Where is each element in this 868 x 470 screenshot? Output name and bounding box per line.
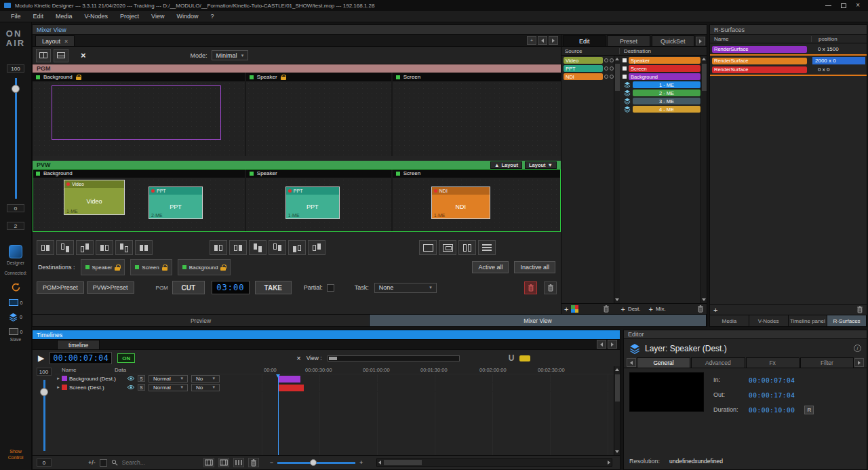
menu-view[interactable]: View [146,12,170,20]
film-button[interactable] [218,458,229,467]
timeline-prev-button[interactable] [597,340,606,349]
route-icon[interactable] [604,66,608,71]
enable-checkbox[interactable] [623,66,627,71]
next-view-button[interactable] [549,36,558,45]
tab-vnodes[interactable]: V-Nodes [749,315,789,326]
zoom-in-button[interactable]: + [359,459,363,466]
out-value[interactable]: 00:00:17:04 [749,391,795,399]
tab-edit[interactable]: Edit [563,35,606,46]
clear-layout-icon[interactable]: × [81,50,86,60]
inactive-all-button[interactable]: Inactive all [514,261,555,273]
mix-4me-bar[interactable]: 4 - ME [633,106,701,113]
solo-button[interactable]: S [138,384,145,391]
pvw-screen-header[interactable]: Screen [393,169,561,178]
plus-minus-label[interactable]: +/- [88,459,96,466]
master-fader[interactable] [11,78,20,199]
source-item-ndi[interactable]: NDI [564,73,614,80]
track-name[interactable]: Screen (Dest.) [69,385,127,391]
pvw-screen-canvas[interactable]: NDI NDI 1-ME [393,178,561,232]
destination-background-bar[interactable]: Background [629,73,701,80]
add-destination-button[interactable]: + [620,306,625,313]
position-column-label[interactable]: position [812,36,837,42]
tabs-overflow-button[interactable] [696,37,705,45]
lock-icon[interactable] [76,75,81,80]
pgm-screen-header[interactable]: Screen [393,73,561,81]
rsurface-2-position[interactable]: 2000 x 0 [812,57,865,64]
destination-item-background[interactable]: Background [623,73,701,80]
delete-destination-button[interactable] [697,305,704,313]
duration-value[interactable]: 00:00:10:00 [749,406,795,414]
tab-mixer-view[interactable]: Mixer View [370,315,707,326]
delete-red-button[interactable] [524,281,537,294]
align-middle-button[interactable] [288,240,306,255]
source-item-ppt[interactable]: PPT [564,65,614,72]
tab-quickset[interactable]: QuickSet [652,35,694,46]
timeline-hscrollbar[interactable] [376,458,612,467]
display-icon[interactable] [9,299,18,306]
destination-screen-button[interactable]: Screen [130,259,172,275]
rsurface-1-name[interactable]: RenderSurface [712,46,807,53]
menu-edit[interactable]: Edit [28,12,50,20]
expand-icon[interactable]: ▸ [55,376,62,381]
tab-general[interactable]: General [637,357,690,368]
add-mix-button[interactable]: + [649,306,653,313]
source-scrollbar[interactable] [614,56,620,303]
layout-split-v-button[interactable] [36,49,51,62]
pgm-background-canvas[interactable] [33,81,245,156]
mix-item-4me[interactable]: 4 - ME [623,106,701,113]
visibility-eye-icon[interactable] [127,376,135,381]
split-frame-button[interactable] [458,240,476,255]
columns-button[interactable] [233,458,244,467]
timeline-next-button[interactable] [608,340,617,349]
mode-select[interactable]: Minimal ▾ [212,50,249,60]
destination-item-speaker[interactable]: Speaker [623,57,701,64]
mix-3me-bar[interactable]: 3 - ME [633,98,701,104]
partial-checkbox[interactable] [327,284,334,292]
arrange-pair-5-button[interactable] [115,240,133,255]
mix-2me-bar[interactable]: 2 - ME [633,90,701,96]
delete-source-button[interactable] [603,305,610,313]
clip-ndi-body[interactable]: NDI 1-ME [432,195,490,218]
layout-split-h-button[interactable] [54,49,68,62]
reset-duration-button[interactable]: R [804,406,814,414]
zoom-out-button[interactable]: − [270,459,273,466]
rsurface-row-3[interactable]: RenderSurface 0 x 0 [710,65,867,74]
tab-rsurfaces[interactable]: R-Surfaces [827,315,867,326]
tab-layout[interactable]: Layout × [35,35,75,46]
expand-icon[interactable]: ▸ [55,385,62,390]
clip-video[interactable]: Video Video 1-ME [64,180,125,215]
menu-media[interactable]: Media [50,12,78,20]
clip-ppt-2me[interactable]: PPT PPT 2-ME [149,187,203,219]
enable-checkbox[interactable] [623,58,627,62]
clip-screen-dest[interactable] [278,385,304,391]
active-all-button[interactable]: Active all [472,261,509,273]
in-value[interactable]: 00:00:07:04 [749,376,795,384]
source-ndi-bar[interactable]: NDI [564,73,603,80]
fullscreen-frame-button[interactable] [419,240,437,255]
delete-track-button[interactable] [248,458,259,467]
tab-preview[interactable]: Preview [33,315,370,326]
menu-window[interactable]: Window [171,12,203,20]
menu-help[interactable]: ? [205,12,219,20]
tab-filter[interactable]: Filter [800,357,854,368]
align-center-h-button[interactable] [229,240,247,255]
tab-timeline-panel[interactable]: Timeline panel [789,315,828,326]
arrange-pair-4-button[interactable] [96,240,113,255]
filter-checkbox[interactable] [100,459,107,467]
delete-button[interactable] [544,281,557,294]
arrange-pair-1-button[interactable] [37,240,54,255]
lock-icon[interactable] [281,75,286,80]
menu-vnodes[interactable]: V-Nodes [79,12,114,20]
mix-item-3me[interactable]: 3 - ME [623,98,701,104]
hscroll-thumb[interactable] [384,460,422,465]
blend-mode-select[interactable]: Normal ▾ [149,375,188,383]
maximize-icon[interactable] [841,3,846,8]
search-input[interactable] [122,459,160,466]
blend-mode-select[interactable]: Normal ▾ [149,384,188,391]
clip-ndi[interactable]: NDI NDI 1-ME [431,187,490,219]
add-view-button[interactable]: + [527,36,536,45]
clear-view-icon[interactable]: × [296,354,300,362]
view-range-thumb[interactable] [329,357,337,360]
u-icon[interactable]: U [509,353,515,363]
designer-icon[interactable] [9,245,22,258]
